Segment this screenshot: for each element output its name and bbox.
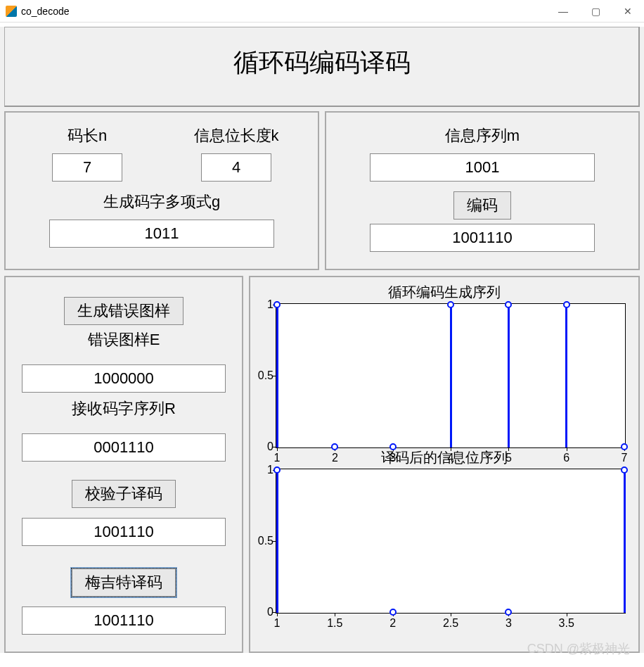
stem-line	[565, 305, 567, 447]
x-tick-label: 3	[505, 617, 512, 630]
received-field[interactable]: 0001110	[22, 433, 226, 462]
titlebar-left: co_decode	[6, 6, 70, 17]
encode-button[interactable]: 编码	[453, 191, 511, 220]
stem-marker	[273, 301, 281, 308]
titlebar[interactable]: co_decode — ▢ ✕	[0, 0, 644, 23]
minimize-button[interactable]: —	[547, 0, 579, 23]
decode-panel: 生成错误图样 错误图样E 1000000 接收码字序列R 0001110 校验子…	[4, 276, 243, 653]
y-tick-label: 0.5	[255, 369, 273, 382]
stem-marker	[273, 466, 281, 474]
top-plot-title: 循环编码生成序列	[257, 283, 631, 302]
x-tick-label: 3.5	[559, 617, 574, 630]
codeword-field[interactable]: 1001110	[370, 224, 595, 252]
top-plot-axes[interactable]: 00.511234567	[276, 303, 626, 448]
page-title-panel: 循环码编码译码	[4, 27, 640, 107]
bottom-plot-axes[interactable]: 00.5111.522.533.5	[276, 469, 626, 614]
stem-marker	[621, 466, 628, 474]
stem-line	[276, 471, 278, 613]
stem-marker	[389, 609, 397, 616]
y-tick-label: 0.5	[255, 535, 273, 547]
client-area: 循环码编码译码 码长n 7 信息位长度k 4 生成码字多项式g 1011	[0, 27, 644, 653]
stem-marker	[447, 301, 454, 308]
n-label: 码长n	[20, 125, 155, 146]
page-title: 循环码编码译码	[233, 48, 411, 77]
y-tick-label: 0	[255, 606, 273, 618]
n-field[interactable]: 7	[52, 153, 122, 182]
syndrome-result-field[interactable]: 1001110	[22, 518, 226, 546]
stem-line	[508, 305, 510, 447]
m-field[interactable]: 1001	[370, 153, 595, 182]
top-plot: 循环编码生成序列 00.511234567	[257, 283, 631, 448]
meggitt-result-field[interactable]: 1001110	[22, 606, 226, 635]
window-title: co_decode	[21, 6, 70, 17]
parameters-panel: 码长n 7 信息位长度k 4 生成码字多项式g 1011	[4, 111, 319, 270]
x-tick-label: 1.5	[327, 617, 342, 630]
app-icon	[6, 6, 17, 17]
g-label: 生成码字多项式g	[20, 191, 304, 212]
plots-panel: 循环编码生成序列 00.511234567 译码后的信息位序列 00.5111.…	[249, 276, 640, 653]
y-tick-label: 1	[255, 298, 273, 311]
stem-marker	[505, 301, 512, 308]
syndrome-decode-button[interactable]: 校验子译码	[72, 480, 176, 508]
app-window: co_decode — ▢ ✕ 循环码编码译码 码长n 7 信息位长度k 4	[0, 0, 644, 667]
y-tick-label: 1	[255, 464, 273, 476]
g-field[interactable]: 1011	[49, 220, 274, 248]
bottom-plot: 译码后的信息位序列 00.5111.522.533.5	[257, 448, 631, 614]
window-controls: — ▢ ✕	[547, 0, 644, 23]
error-field[interactable]: 1000000	[22, 364, 226, 393]
error-label: 错误图样E	[20, 329, 228, 350]
x-tick-label: 1	[274, 617, 281, 630]
k-label: 信息位长度k	[169, 125, 304, 146]
meggitt-decode-button[interactable]: 梅吉特译码	[72, 568, 176, 597]
stem-line	[624, 471, 626, 613]
x-tick-label: 2	[389, 617, 396, 630]
stem-line	[450, 305, 452, 447]
m-label: 信息序列m	[340, 125, 624, 146]
stem-line	[276, 305, 278, 447]
stem-marker	[505, 609, 512, 616]
maximize-button[interactable]: ▢	[579, 0, 612, 23]
close-button[interactable]: ✕	[612, 0, 644, 23]
encode-panel: 信息序列m 1001 编码 1001110	[325, 111, 640, 270]
gen-error-button[interactable]: 生成错误图样	[64, 297, 183, 325]
k-field[interactable]: 4	[201, 153, 271, 182]
received-label: 接收码字序列R	[20, 398, 228, 419]
bottom-plot-title: 译码后的信息位序列	[257, 448, 631, 467]
x-tick-label: 2.5	[443, 617, 458, 630]
stem-marker	[563, 301, 570, 308]
